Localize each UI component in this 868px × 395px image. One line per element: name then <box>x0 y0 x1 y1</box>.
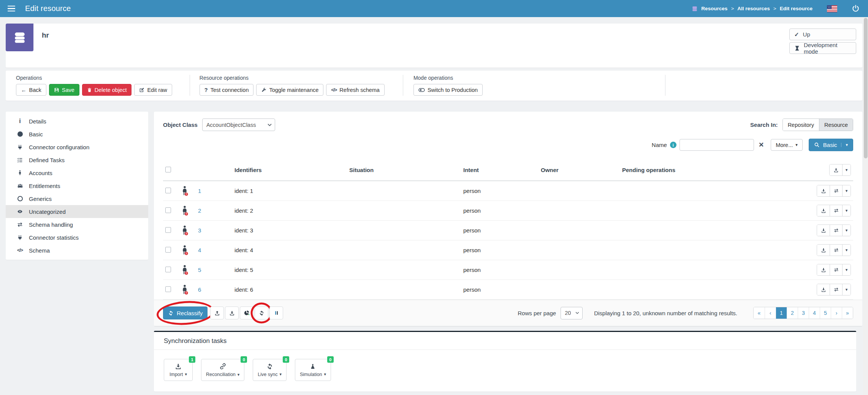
cell-situation <box>347 201 461 221</box>
simulation-task-button[interactable]: Simulation▾ 0 <box>295 359 331 381</box>
clear-search-icon[interactable]: ✕ <box>757 141 765 149</box>
search-basic-button[interactable]: Basic ▾ <box>809 139 853 151</box>
page-3-button[interactable]: 3 <box>798 307 809 319</box>
row-checkbox[interactable] <box>165 188 171 193</box>
row-download-button[interactable] <box>817 284 830 295</box>
col-situation: Situation <box>347 160 461 181</box>
breadcrumb-resources[interactable]: Resources <box>701 6 727 11</box>
refresh-button[interactable] <box>255 307 268 319</box>
row-checkbox[interactable] <box>165 267 171 272</box>
import-task-button[interactable]: Import▾ 1 <box>164 359 193 381</box>
rows-per-page-select[interactable]: 20 <box>561 307 583 319</box>
switch-to-production-button[interactable]: Switch to Production <box>413 84 483 96</box>
svg-text:?: ? <box>185 252 187 255</box>
col-intent: Intent <box>461 160 539 181</box>
row-transfer-button[interactable] <box>830 205 842 216</box>
row-download-button[interactable] <box>817 264 830 275</box>
row-menu-button[interactable]: ▾ <box>842 264 851 275</box>
live-sync-task-button[interactable]: Live sync▾ 0 <box>253 359 287 381</box>
sidebar-item-connector-configuration[interactable]: Connector configuration <box>6 141 148 153</box>
shadow-id-link[interactable]: 2 <box>198 207 201 214</box>
select-all-checkbox[interactable] <box>165 167 171 172</box>
wrench-icon <box>261 87 266 93</box>
sidebar-item-schema-handling[interactable]: Schema handling <box>6 218 148 231</box>
row-checkbox[interactable] <box>165 286 171 292</box>
page-2-button[interactable]: 2 <box>787 307 798 319</box>
sidebar-item-defined-tasks[interactable]: Defined Tasks <box>6 153 148 166</box>
sidebar-item-accounts[interactable]: Accounts <box>6 166 148 179</box>
delete-object-button[interactable]: Delete object <box>82 84 132 96</box>
row-menu-button[interactable]: ▾ <box>842 245 851 256</box>
row-transfer-button[interactable] <box>830 264 842 275</box>
object-class-label: Object Class <box>163 122 198 128</box>
language-flag-icon[interactable] <box>827 5 837 12</box>
sidebar-item-schema[interactable]: </> Schema <box>6 244 148 257</box>
reclassify-button[interactable]: Reclassify <box>163 307 207 319</box>
row-menu-button[interactable]: ▾ <box>842 205 851 216</box>
shadow-id-link[interactable]: 4 <box>198 247 201 253</box>
row-download-button[interactable] <box>817 185 830 196</box>
row-transfer-button[interactable] <box>830 245 842 256</box>
row-download-button[interactable] <box>817 225 830 236</box>
sidebar-item-label: Uncategorized <box>29 209 66 215</box>
row-transfer-button[interactable] <box>830 225 842 236</box>
row-download-button[interactable] <box>817 205 830 216</box>
test-connection-button[interactable]: ? Test connection <box>200 84 254 96</box>
create-report-pie-icon[interactable]: + <box>240 307 253 319</box>
search-in-resource-button[interactable]: Resource <box>819 119 853 131</box>
breadcrumb-edit-resource: Edit resource <box>780 6 813 11</box>
download-button[interactable] <box>225 307 239 319</box>
page-4-button[interactable]: 4 <box>809 307 820 319</box>
page-last-button[interactable]: » <box>842 307 853 319</box>
circle-outline-icon <box>16 196 24 201</box>
header-download-menu-button[interactable]: ▾ <box>842 164 851 175</box>
row-checkbox[interactable] <box>165 227 171 233</box>
cell-intent: person <box>461 221 539 240</box>
name-search-input[interactable] <box>680 139 754 151</box>
database-icon <box>13 31 26 44</box>
menu-toggle-icon[interactable] <box>8 6 15 11</box>
page-5-button[interactable]: 5 <box>820 307 831 319</box>
toggle-maintenance-button[interactable]: Toggle maintenance <box>256 84 323 96</box>
search-in-repository-button[interactable]: Repository <box>783 119 819 131</box>
row-download-button[interactable] <box>817 245 830 256</box>
sidebar-item-entitlements[interactable]: Entitlements <box>6 179 148 192</box>
shadow-id-link[interactable]: 6 <box>198 286 201 293</box>
shadow-id-link[interactable]: 3 <box>198 227 201 234</box>
pause-refresh-button[interactable] <box>269 307 283 319</box>
shadow-id-link[interactable]: 1 <box>198 188 201 194</box>
reconciliation-task-button[interactable]: Reconciliation▾ 0 <box>201 359 244 381</box>
row-menu-button[interactable]: ▾ <box>842 284 851 295</box>
upload-button[interactable] <box>210 307 224 319</box>
basic-dropdown-toggle[interactable]: ▾ <box>841 143 848 147</box>
sidebar-item-details[interactable]: i Details <box>6 115 148 128</box>
row-checkbox[interactable] <box>165 207 171 213</box>
back-button[interactable]: ← Back <box>16 84 46 96</box>
cell-intent: person <box>461 181 539 201</box>
row-checkbox[interactable] <box>165 247 171 253</box>
page-scrollbar-thumb[interactable] <box>864 18 868 158</box>
row-menu-button[interactable]: ▾ <box>842 225 851 236</box>
toggle-maintenance-label: Toggle maintenance <box>269 87 318 93</box>
shadow-id-link[interactable]: 5 <box>198 267 201 273</box>
sidebar-item-basic[interactable]: Basic <box>6 128 148 141</box>
refresh-schema-button[interactable]: </> Refresh schema <box>326 84 385 96</box>
sidebar-item-uncategorized[interactable]: Uncategorized <box>6 205 148 218</box>
sidebar-item-generics[interactable]: Generics <box>6 192 148 205</box>
row-menu-button[interactable]: ▾ <box>842 185 851 196</box>
row-transfer-button[interactable] <box>830 185 842 196</box>
more-filters-button[interactable]: More... ▾ <box>771 139 803 151</box>
logout-power-icon[interactable] <box>852 5 860 13</box>
breadcrumb-all-resources[interactable]: All resources <box>737 6 770 11</box>
page-1-button[interactable]: 1 <box>776 307 787 319</box>
row-transfer-button[interactable] <box>830 284 842 295</box>
edit-raw-button[interactable]: Edit raw <box>134 84 172 96</box>
header-download-button[interactable] <box>830 164 842 175</box>
object-class-select[interactable]: AccountObjectClass <box>202 118 275 131</box>
page-first-button[interactable]: « <box>754 307 765 319</box>
page-prev-button[interactable]: ‹ <box>765 307 776 319</box>
sidebar-item-connector-statistics[interactable]: Connector statistics <box>6 231 148 244</box>
save-button[interactable]: Save <box>49 84 79 96</box>
cell-identifiers: ident: 5 <box>232 260 347 280</box>
page-next-button[interactable]: › <box>831 307 842 319</box>
